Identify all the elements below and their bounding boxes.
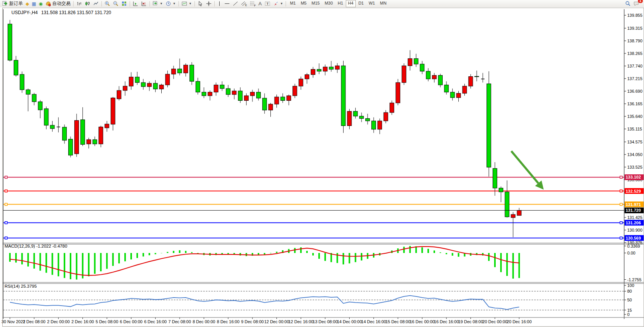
- auto-scroll-button[interactable]: [132, 0, 140, 7]
- notifications-button[interactable]: 1: [632, 0, 641, 7]
- cube-button[interactable]: ◆: [24, 0, 30, 7]
- time-tick-label: 15 Dec 08:00: [385, 319, 410, 324]
- macd-scale-label: -1.2755: [627, 277, 641, 282]
- candle-body: [232, 91, 236, 94]
- line-handle[interactable]: [5, 222, 7, 224]
- candle-body: [262, 98, 267, 110]
- vertical-line-button[interactable]: [216, 0, 223, 7]
- price-tick-label: 134.050: [627, 152, 642, 157]
- cursor-icon: [198, 1, 203, 6]
- equidistant-channel-button[interactable]: E: [240, 0, 248, 7]
- tile-windows-icon: [121, 1, 127, 6]
- line-handle[interactable]: [5, 203, 7, 206]
- candle-body: [360, 116, 364, 118]
- macd-header: MACD(12,26,9) -1.2022 -0.4780: [5, 244, 67, 248]
- time-tick-label: 14 Dec 16:00: [361, 319, 386, 324]
- text-button[interactable]: A: [257, 0, 263, 7]
- candle-body: [244, 96, 249, 101]
- auto-trading-icon: [45, 1, 51, 6]
- candle-body: [438, 75, 442, 85]
- candle-body: [475, 76, 479, 77]
- timeframe-button-mn[interactable]: MN: [377, 0, 389, 7]
- timeframe-button-m15[interactable]: M15: [309, 0, 322, 7]
- time-tick-label: 6 Dec 16:00: [144, 319, 167, 324]
- candle-body: [14, 60, 18, 75]
- candle-body: [74, 121, 79, 154]
- line-handle[interactable]: [620, 203, 622, 206]
- rsi-scale-label: 80: [627, 289, 632, 293]
- zoom-out-button[interactable]: [112, 0, 120, 7]
- line-handle[interactable]: [620, 222, 622, 224]
- crosshair-button[interactable]: [205, 0, 213, 7]
- periods-clock-button[interactable]: ▼: [164, 0, 177, 7]
- line-chart-icon: [93, 1, 99, 6]
- timeframe-button-h1[interactable]: H1: [336, 0, 345, 7]
- charts-window-button[interactable]: ▦: [31, 0, 37, 7]
- price-label-text: 131.206: [626, 221, 641, 225]
- price-label-text: 133.102: [626, 175, 641, 179]
- candle-body: [165, 74, 170, 85]
- candle-body: [335, 66, 339, 69]
- candle-body: [456, 93, 461, 98]
- tile-windows-button[interactable]: [120, 0, 128, 7]
- signals-button[interactable]: ◉: [38, 0, 44, 7]
- candlestick-chart-icon: [85, 1, 90, 6]
- new-order-icon: [2, 1, 8, 6]
- auto-trading-button[interactable]: 自动交易: [44, 0, 72, 7]
- timeframe-button-m30[interactable]: M30: [322, 0, 335, 7]
- line-chart-button[interactable]: [92, 0, 100, 7]
- timeframe-button-d1[interactable]: D1: [356, 0, 366, 7]
- time-tick-label: 13 Dec 08:00: [313, 319, 337, 324]
- line-handle[interactable]: [5, 190, 7, 192]
- time-tick-label: 14 Dec 00:00: [337, 319, 362, 324]
- line-handle[interactable]: [5, 237, 7, 239]
- chart-shift-button[interactable]: [140, 0, 148, 7]
- panel-background: [3, 284, 624, 317]
- cursor-button[interactable]: [196, 0, 204, 7]
- price-tick-label: 136.165: [627, 101, 642, 106]
- bar-chart-button[interactable]: [75, 0, 83, 7]
- price-label-text: 132.529: [626, 189, 641, 193]
- arrows-tool-button[interactable]: ▼: [272, 0, 284, 7]
- rsi-header: RSI(14) 25.3795: [5, 284, 37, 288]
- horizontal-line-button[interactable]: [223, 0, 231, 7]
- line-handle[interactable]: [620, 176, 622, 178]
- time-tick-label: 2 Dec 00:00: [47, 319, 70, 324]
- line-handle[interactable]: [5, 176, 7, 178]
- svg-text:T: T: [267, 2, 269, 6]
- notification-badge: 1: [638, 0, 643, 3]
- templates-button[interactable]: ▼: [180, 0, 193, 7]
- candle-body: [184, 65, 188, 73]
- new-order-button[interactable]: 新订单: [1, 0, 24, 7]
- candle-body: [414, 58, 418, 64]
- fibonacci-button[interactable]: F: [249, 0, 257, 7]
- candle-body: [420, 64, 424, 71]
- time-tick-label: 20 Dec 00:00: [482, 319, 507, 324]
- toolbar-separator: [101, 1, 102, 6]
- line-handle[interactable]: [620, 190, 622, 192]
- price-tick-label: 137.740: [627, 64, 642, 68]
- candle-body: [26, 90, 30, 94]
- timeframe-button-m5[interactable]: M5: [299, 0, 309, 7]
- text-label-button[interactable]: T: [263, 0, 272, 7]
- candle-body: [499, 188, 503, 192]
- timeframe-button-h4[interactable]: H4: [346, 0, 356, 7]
- price-tick-label: 137.215: [627, 76, 642, 81]
- chart-window: 139.855139.315138.790138.265137.740137.2…: [0, 7, 644, 327]
- candle-body: [214, 85, 218, 92]
- time-tick-label: 5 Dec 08:00: [96, 319, 118, 324]
- price-label-text: 130.569: [626, 236, 641, 240]
- trendline-button[interactable]: [231, 0, 239, 7]
- new-chart-button[interactable]: ▼: [151, 0, 164, 7]
- candle-body: [341, 66, 345, 126]
- candlestick-chart-button[interactable]: [84, 0, 92, 7]
- zoom-in-button[interactable]: [103, 0, 111, 7]
- candle-body: [323, 67, 327, 71]
- timeframe-button-w1[interactable]: W1: [366, 0, 377, 7]
- candle-body: [105, 124, 109, 128]
- price-label-text: 131.971: [626, 202, 641, 207]
- search-button[interactable]: [624, 0, 632, 7]
- timeframe-button-m1[interactable]: M1: [287, 0, 298, 7]
- line-handle[interactable]: [620, 237, 622, 239]
- candle-body: [469, 77, 473, 86]
